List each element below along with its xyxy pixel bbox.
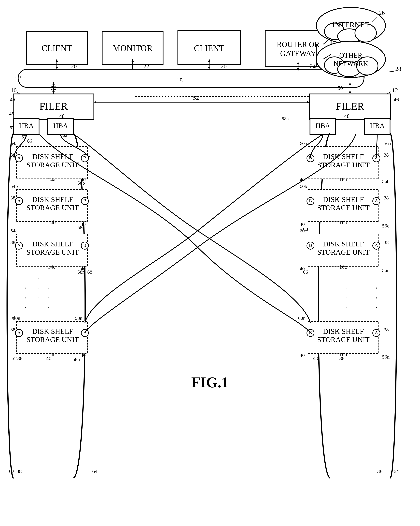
ref-38-14c-left: 38 — [10, 240, 15, 245]
port-b-14b-right: B — [83, 198, 87, 203]
ref-18: 18 — [176, 77, 183, 84]
monitor-label: MONITOR — [113, 43, 153, 53]
ref-68-right: 68 — [303, 226, 308, 232]
ref-58n-14c: 58n — [78, 269, 85, 275]
hba-left2-label: HBA — [53, 122, 68, 130]
disk-shelf-16c-label2: STORAGE UNIT — [317, 248, 370, 256]
disk-shelf-16n-label1: DISK SHELF — [323, 327, 364, 335]
ref-20-left: 20 — [71, 63, 77, 70]
ref-64-right: 64 — [394, 468, 399, 474]
ref-40-bot-left: 40 — [46, 355, 51, 361]
disk-shelf-16c-label1: DISK SHELF — [323, 240, 364, 248]
filer-right-label: FILER — [336, 101, 364, 112]
ref-58c: 58c — [78, 225, 85, 230]
filer-left-label: FILER — [39, 101, 68, 112]
port-b-16c-left: B — [309, 243, 312, 248]
ref-56a: 56a — [384, 141, 391, 146]
ref-48-right: 48 — [344, 113, 350, 119]
ref-38-16n-right: 38 — [384, 327, 389, 332]
ref-38-16a-right: 38 — [384, 152, 389, 158]
ref-40-14n: 40 — [81, 353, 86, 358]
ref-38-bot-right2: 38 — [339, 355, 345, 361]
port-a-14a-left: A — [17, 155, 21, 160]
ref-38-bot2: 38 — [17, 355, 23, 361]
ref-46-left: 46 — [9, 111, 14, 116]
internet-label: INTERNET — [332, 20, 370, 29]
ref-20-right: 20 — [221, 63, 227, 70]
router-label: ROUTER OR — [277, 40, 320, 49]
dots-left: . . . — [15, 69, 26, 80]
disk-shelf-14b-label2: STORAGE UNIT — [27, 204, 79, 212]
ref-38-bottom-left: 38 — [17, 468, 22, 474]
ref-10: 10 — [11, 87, 17, 94]
dots-right-r-3: . — [376, 301, 378, 310]
other-network-label2: NETWORK — [333, 60, 368, 67]
ref-52: 52 — [193, 94, 199, 101]
ref-60b: 60b — [300, 183, 307, 189]
ref-38-14n-left: 38 — [10, 327, 15, 332]
ref-56c: 56c — [382, 223, 389, 228]
dots-right-1: . — [346, 281, 348, 290]
disk-shelf-14c-label2: STORAGE UNIT — [27, 248, 79, 256]
disk-shelf-16a-label2: STORAGE UNIT — [317, 161, 370, 169]
ref-38-16c-right: 38 — [384, 240, 389, 245]
ref-38-16b-right: 38 — [384, 195, 389, 201]
ref-16c: 16c — [339, 264, 347, 270]
ref-40-16b: 40 — [300, 221, 305, 227]
dots-right-r-2: . — [376, 291, 378, 300]
ref-48-left: 48 — [59, 113, 65, 119]
dots-left-center-1: . — [48, 281, 50, 290]
dots-left-center-3: . — [48, 301, 50, 310]
ref-14c: 14c — [48, 264, 55, 270]
port-a-16b-right: A — [375, 198, 378, 203]
ref-62-top: 62 — [10, 125, 14, 130]
ref-14b: 14b — [48, 219, 56, 225]
ref-24: 24 — [310, 63, 316, 70]
ref-56n-16n: 56n — [382, 354, 390, 360]
dots-left-3: . — [25, 301, 27, 310]
dots-right-3: . — [346, 301, 348, 310]
ref-58b: 58b — [78, 180, 85, 186]
ref-38-bottom-right: 38 — [377, 468, 382, 474]
port-a-14n-left: A — [17, 330, 21, 335]
dots-left-2: . — [25, 291, 27, 300]
ref-64-left: 64 — [92, 468, 98, 474]
port-b-14a-right: B — [83, 155, 87, 160]
ref-62-label: 62 — [21, 134, 26, 140]
diagram-container: 18 CLIENT 20 MONITOR 22 CLIENT 20 — [0, 0, 420, 526]
cable-dots-l-3: . — [38, 291, 40, 300]
ref-62-bot2: 62 — [11, 355, 17, 361]
ref-58a: 58a — [282, 116, 289, 121]
ref-62-bottom: 62 — [9, 468, 14, 474]
dots-right-r-1: . — [376, 281, 378, 290]
hba-left1-label: HBA — [19, 122, 34, 130]
port-a-14b-left: A — [17, 198, 21, 203]
disk-shelf-14a-label2: STORAGE UNIT — [27, 161, 79, 169]
ref-38-14b-left: 38 — [10, 195, 15, 201]
ref-68-left: 68 — [87, 269, 92, 275]
cable-dots-l-1: . — [38, 271, 40, 280]
ref-28: 28 — [395, 66, 401, 72]
disk-shelf-14c-label1: DISK SHELF — [32, 240, 73, 248]
hba-right2-label: HBA — [370, 122, 385, 130]
ref-58n-bottom: 58n — [75, 315, 82, 321]
ref-14a: 14a — [48, 177, 55, 182]
ref-12: 12 — [392, 87, 398, 94]
ref-54c: 54c — [10, 228, 18, 233]
client1-label: CLIENT — [42, 43, 72, 53]
port-a-16n-right: A — [375, 330, 378, 335]
ref-58n-14n: 58n — [72, 356, 80, 362]
ref-54b: 54b — [10, 183, 18, 189]
disk-shelf-16a-label1: DISK SHELF — [323, 153, 364, 161]
other-network-label1: OTHER — [339, 51, 362, 59]
ref-56n-16c: 56n — [382, 268, 390, 273]
ref-46-left-top: 46 — [10, 97, 15, 102]
disk-shelf-14b-label1: DISK SHELF — [32, 195, 73, 203]
ref-60a-label: 60a — [60, 132, 67, 138]
ref-50-left: 50 — [51, 85, 56, 91]
dots-right: . . . — [354, 69, 365, 80]
ref-50-right: 50 — [338, 85, 343, 91]
port-a-14c-left: A — [17, 243, 21, 248]
ref-54a: 54a — [10, 141, 18, 146]
dots-right-2: . — [346, 291, 348, 300]
